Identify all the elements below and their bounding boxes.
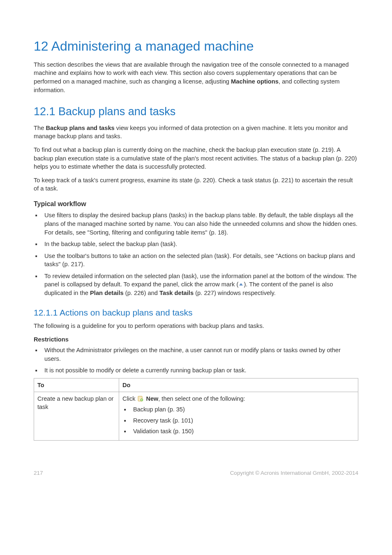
text: , then select one of the following: [158,395,245,402]
text: (p. 226) and [124,290,159,296]
text: (p. 227) windows respectively. [194,290,276,296]
backup-plans-term: Backup plans and tasks [46,125,114,131]
typical-workflow-heading: Typical workflow [34,200,358,209]
section-heading-12-1-1: 12.1.1 Actions on backup plans and tasks [34,307,358,318]
list-item: Use filters to display the desired backu… [34,211,358,237]
new-document-icon [138,395,143,401]
workflow-list: Use filters to display the desired backu… [34,211,358,297]
paragraph: The following is a guideline for you to … [34,322,358,330]
paragraph: To find out what a backup plan is curren… [34,146,358,171]
copyright-text: Copyright © Acronis International GmbH, … [230,469,358,477]
do-sublist: Backup plan (p. 35) Recovery task (p. 10… [122,405,355,435]
table-row: Create a new backup plan or task Click N… [34,392,358,441]
cell-to: Create a new backup plan or task [34,392,119,441]
list-item: In the backup table, select the backup p… [34,240,358,248]
svg-rect-4 [141,399,143,400]
expand-arrow-icon [239,281,243,285]
cell-do: Click New, then select one of the follow… [119,392,358,441]
actions-table: To Do Create a new backup plan or task C… [34,378,358,441]
paragraph: To keep track of a task's current progre… [34,176,358,193]
list-item: Recovery task (p. 101) [122,416,355,425]
paragraph: The Backup plans and tasks view keeps yo… [34,124,358,141]
restrictions-heading: Restrictions [34,335,358,344]
intro-paragraph: This section describes the views that ar… [34,60,358,94]
column-header-to: To [34,378,119,392]
section-heading-12: 12 Administering a managed machine [34,37,358,56]
machine-options-term: Machine options [231,78,279,85]
plan-details-term: Plan details [90,290,124,296]
list-item: Use the toolbar's buttons to take an act… [34,252,358,269]
restrictions-list: Without the Administrator privileges on … [34,346,358,375]
svg-marker-0 [239,283,243,286]
list-item: Validation task (p. 150) [122,427,355,435]
section-heading-12-1: 12.1 Backup plans and tasks [34,104,358,120]
list-item: To review detailed information on the se… [34,272,358,297]
page-number: 217 [34,469,43,477]
page-footer: 217 Copyright © Acronis International Gm… [0,457,392,493]
text: The [34,125,46,131]
new-term: New [146,395,158,402]
list-item: Without the Administrator privileges on … [34,346,358,363]
list-item: Backup plan (p. 35) [122,405,355,413]
list-item: It is not possible to modify or delete a… [34,366,358,375]
table-header-row: To Do [34,378,358,392]
column-header-do: Do [119,378,358,392]
text: Click [122,395,137,402]
task-details-term: Task details [159,290,194,296]
